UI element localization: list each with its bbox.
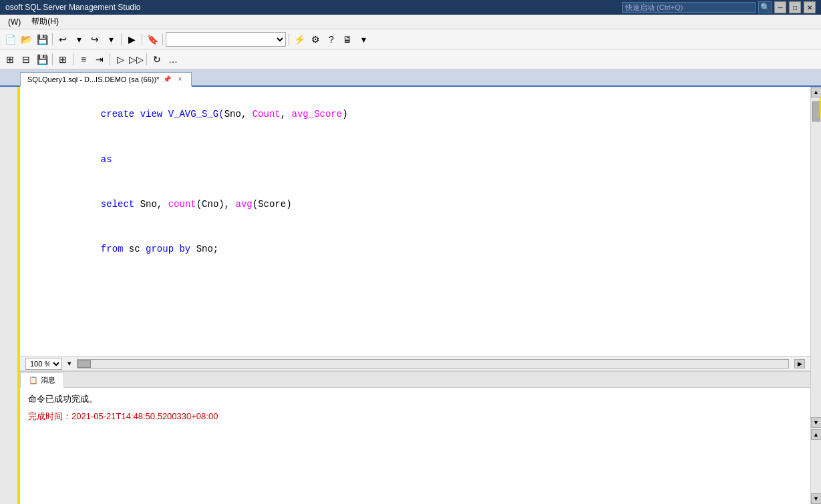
maximize-button[interactable]: □: [789, 1, 801, 13]
more-btn[interactable]: ▾: [356, 32, 371, 47]
help-btn[interactable]: ?: [324, 32, 339, 47]
redo-btn[interactable]: ↪: [88, 32, 102, 47]
results-btn[interactable]: ⊞: [3, 52, 17, 67]
scroll-track[interactable]: [811, 97, 822, 417]
tab-bar: SQLQuery1.sql - D...IS.DEMO (sa (66))* 📌…: [0, 69, 821, 87]
undo-dropdown[interactable]: ▾: [71, 32, 86, 47]
bookmark-btn[interactable]: 🔖: [145, 32, 160, 47]
zoom-select[interactable]: 100 %: [25, 358, 62, 370]
results-panel: 📋 消息 命令已成功完成。 完成时间：2021-05-21T14:48:50.5…: [20, 370, 810, 504]
fn-count: count: [168, 199, 196, 210]
monitor-btn[interactable]: 🖥: [340, 32, 355, 47]
editor-status-bar: 100 % ▾ ▶: [20, 356, 810, 370]
code-line-1: create view V_AVG_S_G(Sno, Count, avg_Sc…: [33, 92, 802, 137]
grid-btn[interactable]: ⊞: [55, 52, 70, 67]
sep-1: [52, 33, 53, 45]
horizontal-scrollbar[interactable]: [77, 359, 789, 368]
message-icon: 📋: [29, 376, 38, 385]
sep-5: [289, 33, 289, 45]
kw-sno: Sno: [224, 109, 241, 119]
minimize-button[interactable]: ─: [774, 1, 786, 13]
code-line-3: select Sno, count(Cno), avg(Score): [33, 182, 802, 226]
code-editor[interactable]: create view V_AVG_S_G(Sno, Count, avg_Sc…: [20, 87, 810, 356]
kw-select: select: [101, 199, 140, 210]
format-btn[interactable]: ≡: [76, 52, 91, 67]
toolbar-row-2: ⊞ ⊟ 💾 ⊞ ≡ ⇥ ▷ ▷▷ ↻ …: [0, 49, 821, 69]
kw-create-view: create view V_AVG_S_G(: [101, 109, 224, 119]
kw-as: as: [101, 154, 112, 165]
menu-item-w[interactable]: (W): [3, 16, 26, 28]
kw-from: from: [101, 244, 124, 254]
title-bar-left: osoft SQL Server Management Studio: [5, 3, 140, 12]
completion-time-value: 2021-05-21T14:48:50.5200330+08:00: [71, 411, 218, 421]
code-content: create view V_AVG_S_G(Sno, Count, avg_Sc…: [28, 92, 802, 272]
query-btn[interactable]: ⚡: [292, 32, 307, 47]
sep-9: [146, 53, 147, 65]
fn-avg: avg: [236, 199, 253, 210]
close-button[interactable]: ✕: [804, 1, 816, 13]
run-btn[interactable]: ▷: [113, 52, 128, 67]
code-line-4: from sc group by Sno;: [33, 227, 802, 272]
messages-tab-label: 消息: [41, 375, 55, 385]
completion-label: 完成时间：: [28, 411, 71, 421]
col-score: Score: [258, 199, 286, 210]
refresh-btn[interactable]: ↻: [150, 52, 164, 67]
tab-close-btn[interactable]: ×: [175, 75, 184, 84]
search-icon[interactable]: 🔍: [758, 1, 772, 13]
sep-2: [121, 33, 122, 45]
left-gutter: [0, 87, 20, 504]
editor-split: create view V_AVG_S_G(Sno, Count, avg_Sc…: [20, 87, 810, 504]
results-scroll-track[interactable]: [811, 440, 822, 493]
results2-btn[interactable]: ⊟: [19, 52, 33, 67]
right-scrollbar: ▲ ▼ ▲ ▼: [810, 87, 821, 504]
scroll-up-results-btn[interactable]: ▲: [811, 429, 822, 440]
header-search-area: 🔍 ─ □ ✕: [622, 1, 816, 13]
sep-3: [142, 33, 142, 45]
sep-7: [73, 53, 73, 65]
menu-bar: (W) 帮助(H): [0, 15, 821, 29]
save-btn[interactable]: 💾: [35, 32, 49, 47]
save2-btn[interactable]: 💾: [35, 52, 49, 67]
sep-8: [110, 53, 110, 65]
results-tabs: 📋 消息: [20, 372, 810, 388]
success-message: 命令已成功完成。: [28, 393, 802, 405]
zoom-dropdown-arrow[interactable]: ▾: [67, 359, 71, 368]
tab-label: SQLQuery1.sql - D...IS.DEMO (sa (66))*: [27, 75, 159, 83]
query-tab[interactable]: SQLQuery1.sql - D...IS.DEMO (sa (66))* 📌…: [20, 72, 192, 87]
execute-btn[interactable]: ▶: [124, 32, 139, 47]
scroll-down-btn[interactable]: ▼: [811, 417, 822, 428]
sep-4: [162, 33, 163, 45]
messages-tab[interactable]: 📋 消息: [20, 372, 64, 388]
editor-container: create view V_AVG_S_G(Sno, Count, avg_Sc…: [20, 87, 810, 504]
sep-6: [52, 53, 53, 65]
toolbar-row-1: 📄 📂 💾 ↩ ▾ ↪ ▾ ▶ 🔖 ⚡ ⚙ ? 🖥 ▾: [0, 29, 821, 49]
redo-dropdown[interactable]: ▾: [104, 32, 118, 47]
more2-btn[interactable]: …: [166, 52, 180, 67]
run2-btn[interactable]: ▷▷: [129, 52, 144, 67]
scroll-thumb-h[interactable]: [77, 360, 91, 368]
scroll-up-btn[interactable]: ▲: [811, 87, 822, 97]
database-dropdown[interactable]: [166, 32, 286, 47]
open-file-btn[interactable]: 📂: [19, 32, 33, 47]
scroll-right-btn[interactable]: ▶: [794, 359, 805, 368]
title-bar: osoft SQL Server Management Studio 🔍 ─ □…: [0, 0, 821, 15]
results-content: 命令已成功完成。 完成时间：2021-05-21T14:48:50.520033…: [20, 388, 810, 504]
quick-launch-input[interactable]: [622, 2, 756, 13]
new-file-btn[interactable]: 📄: [3, 32, 17, 47]
main-area: create view V_AVG_S_G(Sno, Count, avg_Sc…: [0, 87, 821, 504]
menu-item-help[interactable]: 帮助(H): [26, 15, 64, 29]
kw-count: Count: [253, 109, 281, 119]
completion-time: 完成时间：2021-05-21T14:48:50.5200330+08:00: [28, 411, 802, 423]
settings-btn[interactable]: ⚙: [308, 32, 323, 47]
undo-btn[interactable]: ↩: [55, 32, 70, 47]
code-line-2: as: [33, 137, 802, 182]
app-title: osoft SQL Server Management Studio: [5, 3, 140, 12]
scroll-down-results-btn[interactable]: ▼: [811, 493, 822, 504]
col-cno: Cno: [202, 199, 218, 210]
kw-group-by: group by: [146, 244, 190, 254]
kw-avg-score: avg_Score: [292, 109, 343, 119]
pin-icon[interactable]: 📌: [163, 75, 171, 83]
col-sno: Sno: [140, 199, 157, 210]
indent-btn[interactable]: ⇥: [92, 52, 107, 67]
